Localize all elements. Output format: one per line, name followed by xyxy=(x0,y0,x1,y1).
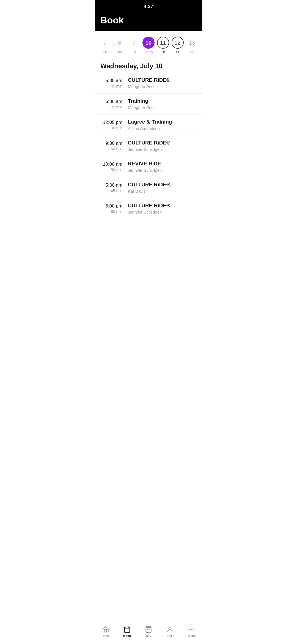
class-duration: 50 min xyxy=(100,168,122,172)
day-label-10: Today xyxy=(144,50,153,54)
page-title: Book xyxy=(100,15,197,26)
class-time: 5:30 am xyxy=(100,78,122,83)
class-info: CULTURE RiDE®Jennifer Schildgen xyxy=(128,203,197,214)
class-name: CULTURE RiDE® xyxy=(128,77,197,83)
time-block: 5:30 am45 min xyxy=(100,78,128,88)
time-block: 6:00 pm60 min xyxy=(100,203,128,214)
class-info: CULTURE RiDE®Meaghan Price xyxy=(128,77,197,89)
day-number-8: 8 xyxy=(113,37,125,49)
date-heading: Wednesday, July 10 xyxy=(95,57,202,73)
day-label-7: Su xyxy=(103,50,107,54)
calendar-day-10[interactable]: 10Today xyxy=(142,37,155,54)
day-number-12: 12 xyxy=(172,37,184,49)
time-block: 6:30 am45 min xyxy=(100,99,128,109)
page-header: Book xyxy=(95,12,202,31)
class-duration: 30 min xyxy=(100,126,122,130)
status-bar: 4:37 xyxy=(95,0,202,12)
calendar-day-8[interactable]: 8Mo xyxy=(113,37,126,54)
class-duration: 45 min xyxy=(100,105,122,109)
schedule-list: 5:30 am45 minCULTURE RiDE®Meaghan Price6… xyxy=(95,73,202,219)
schedule-item[interactable]: 6:00 pm60 minCULTURE RiDE®Jennifer Schil… xyxy=(95,198,202,219)
class-duration: 45 min xyxy=(100,189,122,193)
class-name: Lagree & Training xyxy=(128,119,197,125)
class-info: CULTURE RiDE®Kat Davis xyxy=(128,182,197,193)
calendar-day-12[interactable]: 12Fr xyxy=(171,37,184,54)
class-time: 10:00 am xyxy=(100,162,122,167)
calendar-day-9[interactable]: 9Tu xyxy=(127,37,141,54)
schedule-item[interactable]: 10:00 am50 minREVIVE RiDEJennifer Schild… xyxy=(95,156,202,177)
class-info: TrainingMeaghan Price xyxy=(128,98,197,110)
instructor-name: Kat Davis xyxy=(128,189,197,193)
day-label-8: Mo xyxy=(117,50,122,54)
class-name: CULTURE RiDE® xyxy=(128,182,197,188)
calendar-day-11[interactable]: 11Th xyxy=(156,37,170,54)
time-block: 12:05 pm30 min xyxy=(100,120,128,130)
class-duration: 45 min xyxy=(100,84,122,88)
class-time: 6:00 pm xyxy=(100,203,122,209)
class-time: 5:30 am xyxy=(100,182,122,188)
day-number-10: 10 xyxy=(142,37,155,49)
class-info: Lagree & TrainingAlisha Amundson xyxy=(128,119,197,131)
schedule-item[interactable]: 6:30 am45 minTrainingMeaghan Price xyxy=(95,94,202,114)
time-block: 9:30 am60 min xyxy=(100,141,128,151)
class-time: 6:30 am xyxy=(100,99,122,104)
class-name: CULTURE RiDE® xyxy=(128,140,197,146)
schedule-item[interactable]: 5:30 am45 minCULTURE RiDE®Meaghan Price xyxy=(95,73,202,94)
class-time: 9:30 am xyxy=(100,141,122,146)
instructor-name: Meaghan Price xyxy=(128,84,197,89)
day-number-11: 11 xyxy=(157,37,169,49)
calendar-day-13[interactable]: 13Sa xyxy=(185,37,199,54)
class-time: 12:05 pm xyxy=(100,120,122,125)
instructor-name: Jennifer Schildgen xyxy=(128,147,197,152)
class-info: CULTURE RiDE®Jennifer Schildgen xyxy=(128,140,197,152)
class-duration: 60 min xyxy=(100,209,122,214)
day-label-11: Th xyxy=(161,50,165,54)
day-number-7: 7 xyxy=(99,37,111,49)
schedule-item[interactable]: 5:30 am45 minCULTURE RiDE®Kat Davis xyxy=(95,177,202,198)
calendar-day-7[interactable]: 7Su xyxy=(98,37,111,54)
day-label-13: Sa xyxy=(190,50,194,54)
class-name: CULTURE RiDE® xyxy=(128,203,197,209)
day-label-12: Fr xyxy=(176,50,179,54)
schedule-item[interactable]: 9:30 am60 minCULTURE RiDE®Jennifer Schil… xyxy=(95,135,202,156)
time-block: 5:30 am45 min xyxy=(100,182,128,193)
day-number-9: 9 xyxy=(128,37,140,49)
instructor-name: Meaghan Price xyxy=(128,105,197,110)
class-name: Training xyxy=(128,98,197,104)
class-duration: 60 min xyxy=(100,147,122,151)
status-time: 4:37 xyxy=(144,4,153,9)
class-name: REVIVE RiDE xyxy=(128,161,197,167)
instructor-name: Jennifer Schildgen xyxy=(128,168,197,173)
time-block: 10:00 am50 min xyxy=(100,162,128,172)
class-info: REVIVE RiDEJennifer Schildgen xyxy=(128,161,197,173)
day-number-13: 13 xyxy=(186,37,198,49)
instructor-name: Jennifer Schildgen xyxy=(128,210,197,214)
calendar-strip: 7Su8Mo9Tu10Today11Th12Fr13Sa xyxy=(95,31,202,57)
instructor-name: Alisha Amundson xyxy=(128,126,197,131)
day-label-9: Tu xyxy=(132,50,136,54)
schedule-item[interactable]: 12:05 pm30 minLagree & TrainingAlisha Am… xyxy=(95,114,202,135)
